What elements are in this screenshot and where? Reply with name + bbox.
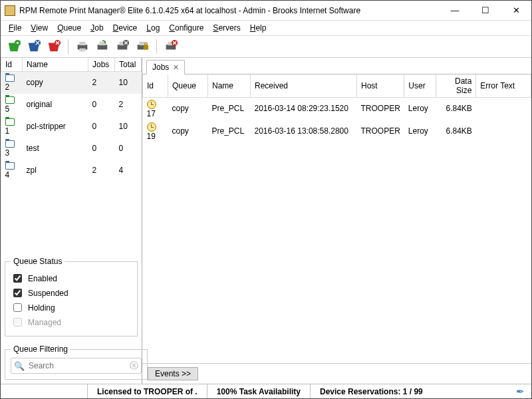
svg-rect-6 xyxy=(98,45,108,49)
svg-rect-4 xyxy=(79,42,85,45)
reprint-button[interactable] xyxy=(94,39,110,55)
delete-queue-button[interactable] xyxy=(46,39,62,55)
menu-device[interactable]: Device xyxy=(109,22,142,34)
tab-label: Jobs xyxy=(152,63,169,72)
queue-status-legend: Queue Status xyxy=(11,257,65,266)
queue-grid[interactable]: IdNameJobsTotal 2copy2105original021pcl-… xyxy=(1,58,142,253)
queue-filter-group: Queue Filtering 🔍 ⓧ xyxy=(5,344,148,380)
title-bar: RPM Remote Print Manager® Elite 6.1.0.42… xyxy=(1,1,531,21)
search-icon: 🔍 xyxy=(14,361,25,371)
queue-icon xyxy=(5,118,15,126)
menu-help[interactable]: Help xyxy=(246,22,271,34)
window-controls: — ☐ ✕ xyxy=(440,1,531,20)
search-input[interactable] xyxy=(27,360,130,371)
tab-strip: Jobs ✕ xyxy=(142,58,531,74)
job-col-host[interactable]: Host xyxy=(357,74,404,98)
add-queue-button[interactable] xyxy=(6,39,22,55)
svg-rect-13 xyxy=(144,45,148,49)
checkbox[interactable] xyxy=(13,289,22,297)
job-row[interactable]: 17copyPre_PCL2016-03-14 08:29:23.1520TRO… xyxy=(143,98,531,120)
job-col-received[interactable]: Received xyxy=(251,74,357,98)
tab-jobs[interactable]: Jobs ✕ xyxy=(146,60,185,74)
feather-icon[interactable]: ✒ xyxy=(509,386,531,398)
close-button[interactable]: ✕ xyxy=(501,1,531,20)
svg-rect-5 xyxy=(79,49,85,52)
hold-button[interactable] xyxy=(114,39,130,55)
menu-log[interactable]: Log xyxy=(142,22,164,34)
queue-row[interactable]: 3test00 xyxy=(1,138,142,160)
maximize-button[interactable]: ☐ xyxy=(470,1,501,20)
events-bar: Events >> xyxy=(142,364,531,384)
queue-icon xyxy=(5,162,15,170)
toolbar xyxy=(1,36,531,58)
queue-row[interactable]: 5original02 xyxy=(1,94,142,116)
queue-filter-legend: Queue Filtering xyxy=(11,344,70,354)
job-col-data-size[interactable]: Data Size xyxy=(436,74,476,98)
queue-row[interactable]: 4zpl24 xyxy=(1,160,142,182)
job-col-user[interactable]: User xyxy=(404,74,436,98)
clock-icon xyxy=(147,100,156,109)
menu-job[interactable]: Job xyxy=(86,22,107,34)
checkbox[interactable] xyxy=(13,274,22,283)
app-icon xyxy=(5,5,15,16)
tab-close-icon[interactable]: ✕ xyxy=(173,63,179,72)
toolbar-separator xyxy=(156,39,157,54)
job-col-name[interactable]: Name xyxy=(208,74,251,98)
toolbar-separator xyxy=(68,39,68,54)
search-box[interactable]: 🔍 ⓧ xyxy=(11,358,142,374)
queue-status-group: Queue Status Enabled Suspended Holding M… xyxy=(5,257,138,336)
delete-job-button[interactable] xyxy=(163,39,179,55)
queue-icon xyxy=(5,74,15,82)
queue-col-name[interactable]: Name xyxy=(23,58,88,72)
menu-file[interactable]: File xyxy=(5,22,25,34)
menu-queue[interactable]: Queue xyxy=(53,22,85,34)
minimize-button[interactable]: — xyxy=(440,1,470,20)
checkbox[interactable] xyxy=(13,303,22,312)
main-area: IdNameJobsTotal 2copy2105original021pcl-… xyxy=(1,58,531,384)
job-col-queue[interactable]: Queue xyxy=(168,74,208,98)
status-suspended[interactable]: Suspended xyxy=(11,287,132,299)
clear-search-icon[interactable]: ⓧ xyxy=(130,360,138,372)
queue-icon xyxy=(5,140,15,148)
queue-col-total[interactable]: Total xyxy=(115,58,142,72)
clock-icon xyxy=(147,122,156,132)
window-title: RPM Remote Print Manager® Elite 6.1.0.42… xyxy=(19,6,440,15)
queue-col-id[interactable]: Id xyxy=(1,58,23,72)
events-button[interactable]: Events >> xyxy=(148,367,198,380)
menu-configure[interactable]: Configure xyxy=(165,22,207,34)
menu-servers[interactable]: Servers xyxy=(209,22,244,34)
queue-row[interactable]: 1pcl-stripper010 xyxy=(1,116,142,138)
configure-queue-button[interactable] xyxy=(26,39,42,55)
job-col-error-text[interactable]: Error Text xyxy=(476,74,531,98)
status-bar: Licensed to TROOPER of . 100% Task Avail… xyxy=(1,384,531,398)
status-license: Licensed to TROOPER of . xyxy=(87,384,207,398)
job-row[interactable]: 19copyPre_PCL2016-03-16 13:08:58.2800TRO… xyxy=(143,120,531,142)
left-panel: IdNameJobsTotal 2copy2105original021pcl-… xyxy=(1,58,142,384)
menu-bar: FileViewQueueJobDeviceLogConfigureServer… xyxy=(1,21,531,36)
job-col-id[interactable]: Id xyxy=(143,74,168,98)
queue-icon xyxy=(5,96,15,104)
status-managed: Managed xyxy=(11,316,132,329)
status-device: Device Reservations: 1 / 99 xyxy=(310,384,432,398)
checkbox xyxy=(13,318,22,327)
menu-view[interactable]: View xyxy=(27,22,52,34)
job-grid[interactable]: IdQueueNameReceivedHostUserData SizeErro… xyxy=(142,74,531,364)
status-empty xyxy=(1,384,87,398)
right-panel: Jobs ✕ IdQueueNameReceivedHostUserData S… xyxy=(142,58,531,384)
queue-col-jobs[interactable]: Jobs xyxy=(88,58,115,72)
print-button[interactable] xyxy=(74,39,90,55)
status-holding[interactable]: Holding xyxy=(11,301,132,314)
status-task: 100% Task Availability xyxy=(207,384,310,398)
status-enabled[interactable]: Enabled xyxy=(11,272,132,285)
queue-row[interactable]: 2copy210 xyxy=(1,72,142,94)
lock-button[interactable] xyxy=(134,39,150,55)
